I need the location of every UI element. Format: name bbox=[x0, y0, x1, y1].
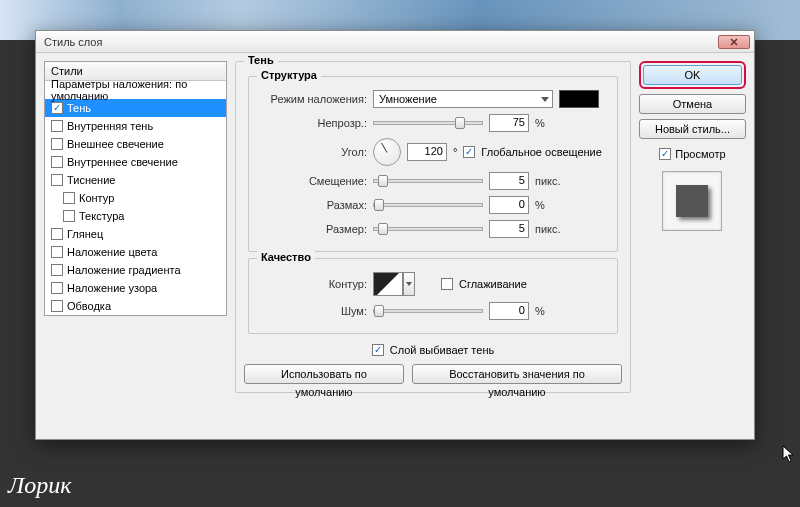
style-label: Внешнее свечение bbox=[67, 138, 164, 150]
style-row-11[interactable]: Обводка bbox=[45, 297, 226, 315]
style-label: Наложение узора bbox=[67, 282, 157, 294]
blend-mode-label: Режим наложения: bbox=[257, 93, 367, 105]
chevron-down-icon bbox=[541, 97, 549, 102]
global-light-checkbox[interactable] bbox=[463, 146, 475, 158]
style-checkbox[interactable] bbox=[51, 246, 63, 258]
opacity-input[interactable]: 75 bbox=[489, 114, 529, 132]
preview-swatch bbox=[676, 185, 708, 217]
distance-slider[interactable] bbox=[373, 179, 483, 183]
cancel-button[interactable]: Отмена bbox=[639, 94, 746, 114]
blend-mode-select[interactable]: Умножение bbox=[373, 90, 553, 108]
style-checkbox[interactable] bbox=[51, 138, 63, 150]
style-row-1[interactable]: Внутренняя тень bbox=[45, 117, 226, 135]
reset-default-button[interactable]: Восстановить значения по умолчанию bbox=[412, 364, 622, 384]
noise-input[interactable]: 0 bbox=[489, 302, 529, 320]
style-checkbox[interactable] bbox=[63, 192, 75, 204]
opacity-label: Непрозр.: bbox=[257, 117, 367, 129]
titlebar[interactable]: Стиль слоя bbox=[36, 31, 754, 53]
style-checkbox[interactable] bbox=[51, 174, 63, 186]
style-row-6[interactable]: Текстура bbox=[45, 207, 226, 225]
cursor-icon bbox=[782, 445, 796, 463]
style-label: Текстура bbox=[79, 210, 124, 222]
style-row-7[interactable]: Глянец bbox=[45, 225, 226, 243]
style-label: Тиснение bbox=[67, 174, 115, 186]
layer-style-dialog: Стиль слоя Стили Параметры наложения: по… bbox=[35, 30, 755, 440]
style-label: Обводка bbox=[67, 300, 111, 312]
style-checkbox[interactable] bbox=[51, 282, 63, 294]
new-style-button[interactable]: Новый стиль... bbox=[639, 119, 746, 139]
shadow-group: Тень Структура Режим наложения: Умножени… bbox=[235, 61, 631, 393]
shadow-title: Тень bbox=[244, 54, 278, 66]
spread-slider[interactable] bbox=[373, 203, 483, 207]
size-label: Размер: bbox=[257, 223, 367, 235]
close-icon bbox=[730, 38, 738, 46]
knockout-checkbox[interactable] bbox=[372, 344, 384, 356]
blend-mode-value: Умножение bbox=[379, 93, 437, 105]
styles-list: Стили Параметры наложения: по умолчанию … bbox=[44, 61, 227, 316]
style-label: Наложение градиента bbox=[67, 264, 181, 276]
style-row-3[interactable]: Внутреннее свечение bbox=[45, 153, 226, 171]
distance-label: Смещение: bbox=[257, 175, 367, 187]
style-checkbox[interactable] bbox=[51, 102, 63, 114]
main-panel: Тень Структура Режим наложения: Умножени… bbox=[235, 61, 631, 431]
window-close-button[interactable] bbox=[718, 35, 750, 49]
ok-highlight-annotation: OK bbox=[639, 61, 746, 89]
opacity-unit: % bbox=[535, 117, 567, 129]
noise-slider[interactable] bbox=[373, 309, 483, 313]
quality-group: Качество Контур: Сглаживание Шум: bbox=[248, 258, 618, 334]
watermark: Лорик bbox=[8, 472, 71, 499]
spread-unit: % bbox=[535, 199, 567, 211]
style-checkbox[interactable] bbox=[51, 264, 63, 276]
antialias-checkbox[interactable] bbox=[441, 278, 453, 290]
structure-group: Структура Режим наложения: Умножение Неп… bbox=[248, 76, 618, 252]
style-label: Внутренняя тень bbox=[67, 120, 153, 132]
quality-legend: Качество bbox=[257, 251, 315, 263]
shadow-color-swatch[interactable] bbox=[559, 90, 599, 108]
contour-label: Контур: bbox=[257, 278, 367, 290]
global-light-label: Глобальное освещение bbox=[481, 146, 602, 158]
style-checkbox[interactable] bbox=[51, 300, 63, 312]
noise-label: Шум: bbox=[257, 305, 367, 317]
right-buttons-column: OK Отмена Новый стиль... Просмотр bbox=[639, 61, 746, 431]
angle-dial[interactable] bbox=[373, 138, 401, 166]
spread-input[interactable]: 0 bbox=[489, 196, 529, 214]
distance-unit: пикс. bbox=[535, 175, 567, 187]
spread-label: Размах: bbox=[257, 199, 367, 211]
style-row-4[interactable]: Тиснение bbox=[45, 171, 226, 189]
noise-unit: % bbox=[535, 305, 567, 317]
style-row-9[interactable]: Наложение градиента bbox=[45, 261, 226, 279]
style-checkbox[interactable] bbox=[51, 156, 63, 168]
blending-options-row[interactable]: Параметры наложения: по умолчанию bbox=[45, 81, 226, 99]
preview-thumbnail bbox=[662, 171, 722, 231]
style-label: Наложение цвета bbox=[67, 246, 157, 258]
chevron-down-icon bbox=[406, 282, 412, 286]
angle-unit: ° bbox=[453, 146, 457, 158]
style-checkbox[interactable] bbox=[63, 210, 75, 222]
preview-label: Просмотр bbox=[675, 148, 725, 160]
antialias-label: Сглаживание bbox=[459, 278, 527, 290]
size-unit: пикс. bbox=[535, 223, 567, 235]
style-checkbox[interactable] bbox=[51, 228, 63, 240]
preview-checkbox[interactable] bbox=[659, 148, 671, 160]
style-checkbox[interactable] bbox=[51, 120, 63, 132]
size-slider[interactable] bbox=[373, 227, 483, 231]
style-label: Глянец bbox=[67, 228, 103, 240]
style-row-10[interactable]: Наложение узора bbox=[45, 279, 226, 297]
style-label: Тень bbox=[67, 102, 91, 114]
distance-input[interactable]: 5 bbox=[489, 172, 529, 190]
ok-button[interactable]: OK bbox=[643, 65, 742, 85]
window-title: Стиль слоя bbox=[44, 36, 718, 48]
style-row-2[interactable]: Внешнее свечение bbox=[45, 135, 226, 153]
size-input[interactable]: 5 bbox=[489, 220, 529, 238]
knockout-label: Слой выбивает тень bbox=[390, 344, 495, 356]
make-default-button[interactable]: Использовать по умолчанию bbox=[244, 364, 404, 384]
angle-label: Угол: bbox=[257, 146, 367, 158]
contour-picker[interactable] bbox=[373, 272, 403, 296]
styles-column: Стили Параметры наложения: по умолчанию … bbox=[44, 61, 227, 431]
angle-input[interactable]: 120 bbox=[407, 143, 447, 161]
style-label: Контур bbox=[79, 192, 114, 204]
style-row-8[interactable]: Наложение цвета bbox=[45, 243, 226, 261]
style-row-5[interactable]: Контур bbox=[45, 189, 226, 207]
contour-dropdown-button[interactable] bbox=[403, 272, 415, 296]
opacity-slider[interactable] bbox=[373, 121, 483, 125]
